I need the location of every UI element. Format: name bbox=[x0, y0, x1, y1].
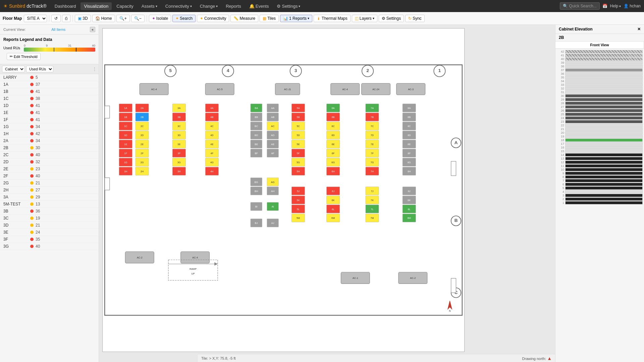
cabinet-row[interactable]: 2F 40 bbox=[0, 173, 99, 180]
legend-row: Used RUs 0 9 31 40 bbox=[3, 44, 95, 52]
svg-rect-135 bbox=[292, 113, 305, 121]
floor-canvas[interactable]: 5 4 3 2 1 A B C AC-4 AC-5 bbox=[102, 28, 465, 352]
cabinet-row[interactable]: 1A 37 bbox=[0, 81, 99, 88]
btn-connectivity[interactable]: ✦ Connectivity bbox=[197, 15, 229, 22]
nav-connectivity[interactable]: Connectivity ▾ bbox=[162, 2, 195, 10]
cabinet-row[interactable]: 3D 21 bbox=[0, 222, 99, 229]
cabinet-value: 37 bbox=[36, 82, 40, 87]
nav-settings[interactable]: ⚙ Settings ▾ bbox=[273, 2, 304, 10]
calendar-button[interactable]: 📅 bbox=[602, 4, 607, 8]
cabinet-select[interactable]: Cabinet bbox=[2, 66, 25, 72]
user-button[interactable]: 👤 hchan bbox=[624, 4, 641, 8]
btn-search[interactable]: ✦ Search bbox=[172, 15, 196, 22]
btn-reports[interactable]: 📊 1 Reports ▾ bbox=[280, 15, 312, 22]
legend-gradient: 0 9 31 40 bbox=[24, 44, 95, 52]
svg-rect-95 bbox=[251, 113, 262, 121]
close-elevation-button[interactable]: ✕ bbox=[637, 27, 641, 32]
cabinet-row[interactable]: 3B 36 bbox=[0, 208, 99, 215]
cabinet-row[interactable]: 2E 23 bbox=[0, 166, 99, 173]
nav-visualization[interactable]: Visualization bbox=[80, 2, 112, 10]
site-select[interactable]: SITE A bbox=[24, 15, 47, 22]
svg-rect-121 bbox=[267, 140, 278, 148]
cabinet-row[interactable]: 2C 40 bbox=[0, 152, 99, 159]
edit-threshold-button[interactable]: ✏ Edit Threshold bbox=[7, 53, 41, 60]
nav-events[interactable]: 🔔 Events bbox=[246, 2, 272, 10]
btn-thermal-maps[interactable]: 🌡 Thermal Maps bbox=[314, 15, 351, 22]
status-dot bbox=[30, 245, 34, 248]
btn-settings[interactable]: ⚙ Settings bbox=[379, 15, 404, 22]
cabinet-name: 1C bbox=[3, 96, 30, 101]
floor-map-area[interactable]: 5 4 3 2 1 A B C AC-4 AC-5 bbox=[99, 25, 555, 362]
cabinet-row[interactable]: LARRY 5 bbox=[0, 74, 99, 81]
cabinet-name: 1F bbox=[3, 117, 30, 122]
metric-select[interactable]: Used RUs bbox=[26, 66, 53, 72]
nav-dashboard[interactable]: Dashboard bbox=[51, 2, 79, 10]
cabinet-row[interactable]: 5M-TEST 13 bbox=[0, 201, 99, 208]
floor-map-svg[interactable]: 5 4 3 2 1 A B C AC-4 AC-5 bbox=[103, 28, 464, 352]
separator-3 bbox=[147, 15, 147, 22]
cabinet-row[interactable]: 3A 29 bbox=[0, 194, 99, 201]
cabinet-name: 2H bbox=[3, 188, 30, 192]
cabinet-row[interactable]: 1F 41 bbox=[0, 116, 99, 123]
btn-zoom-in[interactable]: 🔍+ bbox=[116, 15, 130, 22]
btn-isolate[interactable]: ✦ Isolate bbox=[149, 15, 171, 22]
btn-tiles[interactable]: ▦ Tiles bbox=[260, 15, 279, 22]
svg-rect-183 bbox=[366, 113, 379, 121]
cabinet-row[interactable]: 1B 41 bbox=[0, 88, 99, 95]
cabinet-row[interactable]: 2D 32 bbox=[0, 159, 99, 166]
tab-front-view[interactable]: Front View bbox=[555, 42, 644, 48]
cabinet-row[interactable]: 2B 30 bbox=[0, 144, 99, 152]
nav-change[interactable]: Change ▾ bbox=[197, 2, 221, 10]
cabinet-name: 3A bbox=[3, 195, 30, 199]
edit-icon: ✏ bbox=[10, 54, 13, 59]
svg-rect-101 bbox=[251, 140, 262, 148]
ru-18: 18 bbox=[557, 138, 643, 142]
nav-reports[interactable]: Reports bbox=[222, 2, 245, 10]
btn-measure[interactable]: 📏 Measure bbox=[230, 15, 258, 22]
cabinet-row[interactable]: 3F 35 bbox=[0, 236, 99, 243]
cabinet-row[interactable]: 1E 41 bbox=[0, 109, 99, 116]
cabinet-id-label: 2B bbox=[555, 34, 644, 42]
svg-rect-31 bbox=[119, 113, 132, 121]
ru-24: 24 bbox=[557, 116, 643, 120]
btn-home[interactable]: 🏠 Home bbox=[92, 15, 115, 22]
nav-capacity[interactable]: Capacity bbox=[113, 2, 137, 10]
btn-zoom-out[interactable]: 🔍− bbox=[131, 15, 145, 22]
cabinet-name: LARRY bbox=[3, 75, 30, 80]
right-panel: Cabinet Elevation ✕ 2B Front View 42 41 … bbox=[555, 25, 644, 362]
btn-sync[interactable]: ↻ Sync bbox=[405, 15, 425, 22]
ru-5: 5 bbox=[557, 186, 643, 190]
cabinet-row[interactable]: 1G 34 bbox=[0, 123, 99, 130]
ru-17: 17 bbox=[557, 142, 643, 145]
drawing-north: Drawing north: ▲ bbox=[522, 356, 552, 361]
btn-3d[interactable]: ▣ 3D bbox=[75, 15, 91, 22]
list-drag-handle[interactable]: ⋮ bbox=[93, 67, 97, 71]
cabinet-row[interactable]: 2A 34 bbox=[0, 137, 99, 144]
quick-search-box[interactable]: 🔍 Quick Search... bbox=[560, 2, 600, 10]
btn-layers[interactable]: ◫ Layers ▾ bbox=[352, 15, 377, 22]
cabinet-row[interactable]: 2G 21 bbox=[0, 180, 99, 187]
status-dot bbox=[30, 167, 34, 171]
print-button[interactable]: ⎙ bbox=[62, 15, 70, 22]
cabinet-name: 2B bbox=[3, 145, 30, 150]
cabinet-row[interactable]: 1C 38 bbox=[0, 95, 99, 102]
left-panel: Current View: All Items « Reports Legend… bbox=[0, 25, 99, 362]
collapse-panel-button[interactable]: « bbox=[90, 27, 95, 32]
refresh-button[interactable]: ↺ bbox=[51, 15, 61, 22]
svg-rect-53 bbox=[136, 140, 149, 148]
ru-38: 38 bbox=[557, 65, 643, 68]
svg-rect-77 bbox=[205, 104, 218, 112]
cabinet-row[interactable]: 3G 40 bbox=[0, 243, 99, 250]
cabinet-name: 2C bbox=[3, 153, 30, 157]
nav-assets[interactable]: Assets ▾ bbox=[138, 2, 161, 10]
cabinet-row[interactable]: 3C 19 bbox=[0, 215, 99, 222]
cabinet-row[interactable]: 1H 42 bbox=[0, 130, 99, 137]
help-button[interactable]: Help ▾ bbox=[610, 4, 621, 8]
cabinet-row[interactable]: 1D 41 bbox=[0, 102, 99, 109]
svg-rect-231 bbox=[181, 252, 210, 263]
cabinet-row[interactable]: 3E 24 bbox=[0, 229, 99, 236]
ru-15: 15 bbox=[557, 149, 643, 153]
cabinet-row[interactable]: 2H 27 bbox=[0, 187, 99, 194]
svg-rect-59 bbox=[136, 167, 149, 175]
current-view-link[interactable]: All Items bbox=[51, 27, 65, 32]
